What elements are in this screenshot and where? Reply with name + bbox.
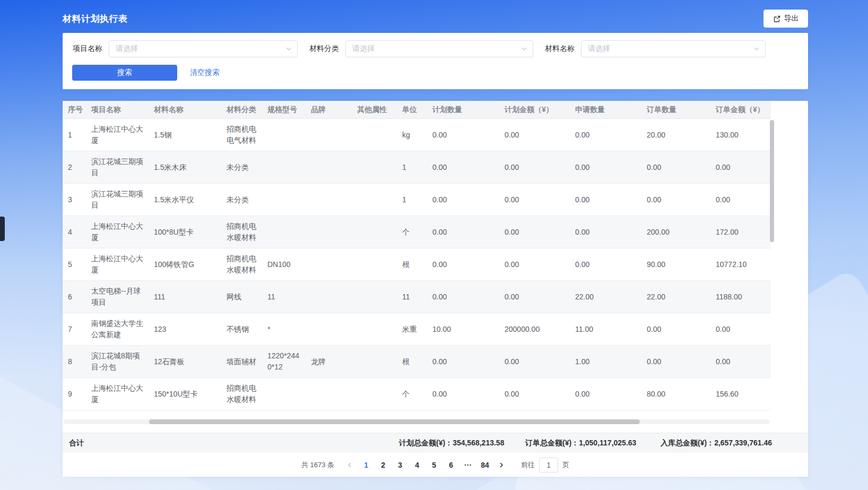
page-number-84[interactable]: 84 — [476, 458, 493, 472]
table-cell — [262, 195, 306, 204]
table-cell: 8 — [63, 351, 86, 372]
column-header: 计划金额（¥） — [499, 101, 570, 118]
table-cell: 南钢盛达大学生公寓新建 — [86, 313, 149, 345]
table-cell: 1.5钢 — [149, 125, 221, 145]
table-cell: 0.00 — [710, 319, 771, 340]
table-cell: DN100 — [262, 254, 306, 275]
table-cell: 招商机电电气材料 — [221, 119, 262, 151]
clear-search-link[interactable]: 清空搜索 — [190, 68, 220, 78]
table-cell: 1.5米水平仪 — [149, 190, 221, 210]
table-cell — [306, 195, 352, 204]
select-placeholder: 请选择 — [588, 44, 610, 54]
column-header: 计划数量 — [427, 101, 499, 118]
filter-row: 项目名称 请选择 材料分类 请选择 材料名称 请选择 — [63, 33, 808, 57]
table-cell: 90.00 — [641, 254, 710, 275]
table-cell: 上海松江中心大厦 — [86, 119, 149, 151]
table-cell — [352, 324, 397, 334]
drawer-handle[interactable] — [0, 217, 5, 241]
table-cell: 个 — [397, 222, 427, 243]
table-cell: 130.00 — [710, 125, 771, 145]
table-row: 8滨江花城8期项目-分包12石膏板墙面辅材1220*2440*12龙牌根0.00… — [63, 346, 771, 378]
page-number-1[interactable]: 1 — [358, 458, 375, 472]
table-cell — [262, 227, 306, 237]
goto-prefix: 前往 — [521, 460, 535, 470]
table-cell — [262, 162, 306, 172]
table-cell: 150*10U型卡 — [149, 384, 221, 405]
table-cell — [306, 162, 352, 172]
table-cell: 滨江花城8期项目-分包 — [86, 346, 149, 377]
material-name-select[interactable]: 请选择 — [581, 40, 766, 57]
page-number-3[interactable]: 3 — [392, 458, 409, 472]
table-cell: 10772.10 — [710, 254, 771, 275]
table-cell: 网线 — [221, 287, 262, 307]
table-cell: 0.00 — [570, 254, 641, 275]
table-cell: 100*8U型卡 — [149, 222, 221, 243]
next-page-button[interactable] — [493, 458, 509, 472]
table-cell: 上海松江中心大厦 — [86, 248, 149, 280]
column-header: 单位 — [397, 101, 427, 118]
table-cell: 0.00 — [641, 351, 710, 372]
table-cell: 111 — [149, 287, 221, 307]
project-name-select[interactable]: 请选择 — [109, 40, 298, 57]
table-row: 7南钢盛达大学生公寓新建123不锈钢*米重10.00200000.0011.00… — [63, 313, 771, 346]
table-cell: 根 — [397, 254, 427, 275]
table-cell: 未分类 — [221, 157, 262, 178]
table-cell: 200000.00 — [499, 319, 570, 340]
goto-page-input[interactable] — [539, 458, 558, 472]
table-cell — [352, 130, 397, 140]
page-number-5[interactable]: 5 — [426, 458, 442, 472]
table-cell: 22.00 — [570, 287, 641, 307]
summary-row: 合计 计划总金额(¥)：354,568,213.58 订单总金额(¥)：1,05… — [63, 433, 808, 453]
table-cell: 0.00 — [570, 384, 641, 405]
table-body: 1上海松江中心大厦1.5钢招商机电电气材料kg0.000.000.0020.00… — [63, 119, 808, 410]
chevron-down-icon — [521, 46, 527, 52]
table-cell: 0.00 — [641, 190, 710, 210]
table-cell: 0.00 — [499, 157, 570, 178]
horizontal-scrollbar — [64, 419, 770, 424]
table-cell: 1 — [397, 157, 427, 178]
table-cell: 招商机电水暖材料 — [221, 216, 262, 248]
table-cell: 0.00 — [499, 384, 570, 405]
page-number-6[interactable]: 6 — [442, 458, 459, 472]
table-row: 4上海松江中心大厦100*8U型卡招商机电水暖材料个0.000.000.0020… — [63, 216, 771, 248]
table-cell: 0.00 — [499, 222, 570, 243]
search-button[interactable]: 搜索 — [72, 65, 177, 81]
vertical-scrollbar-thumb[interactable] — [770, 120, 774, 242]
table-cell: 1 — [63, 125, 86, 145]
filter-label-category: 材料分类 — [309, 44, 339, 54]
chevron-down-icon — [753, 46, 760, 52]
table-cell: 4 — [63, 222, 86, 243]
top-header: 材料计划执行表 导出 — [63, 0, 808, 33]
table-header-row: 序号项目名称材料名称材料分类规格型号品牌其他属性单位计划数量计划金额（¥）申请数… — [63, 101, 771, 119]
table-cell — [352, 357, 397, 366]
table-cell: 0.00 — [641, 319, 710, 340]
table-row: 9上海松江中心大厦150*10U型卡招商机电水暖材料个0.000.000.008… — [63, 378, 771, 410]
export-button[interactable]: 导出 — [763, 10, 808, 28]
table-cell: 123 — [149, 319, 221, 340]
table-cell — [352, 195, 397, 204]
page-ellipsis[interactable]: ··· — [459, 458, 476, 472]
table-cell: 1 — [397, 190, 427, 210]
select-placeholder: 请选择 — [116, 44, 138, 54]
table-cell — [306, 292, 352, 302]
summary-plan-total: 计划总金额(¥)：354,568,213.58 — [399, 439, 504, 448]
table-cell: kg — [397, 125, 427, 145]
table-cell — [352, 292, 397, 302]
table-cell: 根 — [397, 351, 427, 372]
material-category-select[interactable]: 请选择 — [345, 40, 533, 57]
page-title: 材料计划执行表 — [63, 13, 128, 25]
table-cell: 0.00 — [427, 254, 499, 275]
table-cell: 上海松江中心大厦 — [86, 378, 149, 410]
prev-page-button[interactable] — [342, 458, 358, 472]
page-number-2[interactable]: 2 — [375, 458, 392, 472]
table-cell: 20.00 — [641, 125, 710, 145]
table-cell: 0.00 — [427, 222, 499, 243]
horizontal-scrollbar-thumb[interactable] — [149, 419, 640, 424]
table-cell: 太空电梯--月球项目 — [86, 281, 149, 313]
filter-label-project: 项目名称 — [73, 44, 102, 54]
table-row: 1上海松江中心大厦1.5钢招商机电电气材料kg0.000.000.0020.00… — [63, 119, 771, 151]
table-cell: 9 — [63, 384, 86, 405]
table-cell: 80.00 — [641, 384, 710, 405]
page-number-4[interactable]: 4 — [409, 458, 426, 472]
export-icon — [773, 15, 781, 23]
